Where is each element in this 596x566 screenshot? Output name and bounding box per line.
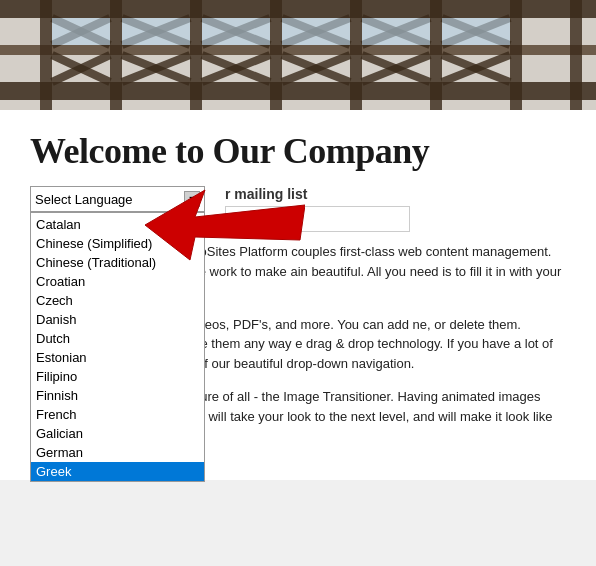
svg-rect-5 (110, 0, 122, 110)
language-select-label: Select Language (35, 192, 133, 207)
language-dropdown-list: Select LanguageAfrikaansAlbanianArabicBe… (30, 212, 205, 482)
svg-rect-41 (442, 18, 510, 45)
dropdown-item[interactable]: Danish (31, 310, 204, 329)
dropdown-item[interactable]: Catalan (31, 215, 204, 234)
header-banner (0, 0, 596, 110)
svg-rect-9 (430, 0, 442, 110)
dropdown-item[interactable]: Dutch (31, 329, 204, 348)
dropdown-item[interactable]: Czech (31, 291, 204, 310)
dropdown-item[interactable]: Galician (31, 424, 204, 443)
dropdown-item[interactable]: Croatian (31, 272, 204, 291)
language-selector-container: Select Language ▼ Select LanguageAfrikaa… (30, 186, 205, 212)
language-select-button[interactable]: Select Language ▼ (30, 186, 205, 212)
dropdown-item[interactable]: French (31, 405, 204, 424)
dropdown-item[interactable]: Finnish (31, 386, 204, 405)
content-area: Welcome to Our Company Select Language ▼… (0, 110, 596, 480)
svg-rect-7 (270, 0, 282, 110)
svg-rect-36 (52, 18, 110, 45)
mailing-input[interactable] (225, 206, 410, 232)
dropdown-item[interactable]: German (31, 443, 204, 462)
dropdown-item[interactable]: Greek (31, 462, 204, 481)
svg-rect-10 (510, 0, 522, 110)
dropdown-item[interactable]: Estonian (31, 348, 204, 367)
dropdown-chevron[interactable]: ▼ (184, 191, 200, 207)
left-column: Select Language ▼ Select LanguageAfrikaa… (30, 186, 215, 232)
main-layout: Select Language ▼ Select LanguageAfrikaa… (30, 186, 566, 232)
right-column: r mailing list (215, 186, 566, 232)
svg-rect-4 (40, 0, 52, 110)
svg-rect-38 (202, 18, 270, 45)
dropdown-item[interactable]: Chinese (Simplified) (31, 234, 204, 253)
svg-rect-8 (350, 0, 362, 110)
dropdown-item[interactable]: Chinese (Traditional) (31, 253, 204, 272)
dropdown-item[interactable]: Filipino (31, 367, 204, 386)
dropdown-scroll-area[interactable]: Select LanguageAfrikaansAlbanianArabicBe… (31, 213, 204, 481)
svg-rect-40 (362, 18, 430, 45)
svg-rect-37 (122, 18, 190, 45)
svg-rect-39 (282, 18, 350, 45)
svg-rect-11 (570, 0, 582, 110)
page-title: Welcome to Our Company (30, 130, 566, 172)
svg-rect-6 (190, 0, 202, 110)
mailing-label: r mailing list (225, 186, 566, 202)
